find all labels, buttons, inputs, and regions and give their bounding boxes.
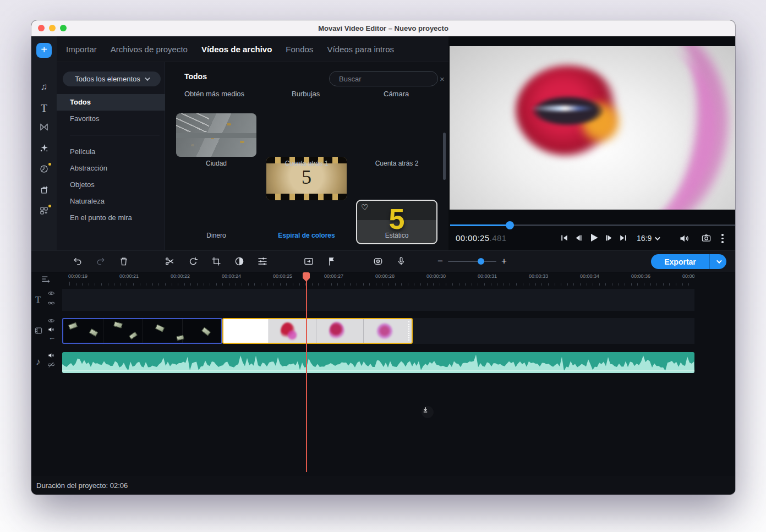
video-preview[interactable]: [450, 46, 735, 210]
clip-dinero[interactable]: [62, 318, 222, 344]
undo-button[interactable]: [72, 256, 83, 267]
zoom-slider-knob[interactable]: [478, 258, 484, 265]
zoom-out-button[interactable]: −: [437, 256, 443, 267]
favorite-heart-icon[interactable]: ♡: [361, 202, 368, 212]
export-button[interactable]: Exportar: [651, 254, 726, 269]
title-track-visibility-toggle[interactable]: [47, 289, 55, 297]
color-adjustments-button[interactable]: [234, 256, 245, 267]
tab-videos-para-intros[interactable]: Vídeos para intros: [327, 45, 394, 54]
project-duration-label: Duración del proyecto: 02:06: [36, 481, 128, 490]
play-button[interactable]: [588, 232, 599, 243]
clip-audio-waveform[interactable]: [62, 352, 694, 373]
store-icon[interactable]: [31, 185, 57, 198]
marker-button[interactable]: [326, 256, 337, 267]
filter-dropdown[interactable]: Todos los elementos: [63, 72, 161, 86]
cut-button[interactable]: [165, 256, 176, 267]
status-bar: Duración del proyecto: 02:06: [31, 476, 735, 495]
record-audio-button[interactable]: [396, 256, 407, 267]
clear-search-icon[interactable]: ×: [440, 74, 445, 84]
zoom-in-button[interactable]: +: [501, 256, 507, 267]
group-label-camara[interactable]: Cámara: [384, 90, 409, 98]
track-manager-button[interactable]: [40, 274, 51, 285]
tab-fondos[interactable]: Fondos: [286, 45, 313, 54]
more-options-button[interactable]: [721, 234, 724, 243]
media-item-label: Ciudad: [176, 160, 256, 167]
media-item-label: Estático: [357, 232, 437, 239]
zoom-window-button[interactable]: [60, 25, 67, 31]
preview-seekbar-knob[interactable]: [506, 221, 514, 229]
webcam-capture-button[interactable]: [373, 256, 384, 267]
ruler-label: 00:00:24: [222, 273, 241, 279]
search-field[interactable]: ×: [329, 71, 438, 86]
lens-flare: [529, 106, 595, 111]
video-track-mute-toggle[interactable]: [47, 326, 55, 333]
ruler-label: 00:00:34: [580, 273, 599, 279]
video-track-visibility-toggle[interactable]: [47, 317, 55, 325]
audio-track-unlink-toggle[interactable]: [47, 361, 55, 369]
category-favoritos[interactable]: Favoritos: [57, 111, 165, 127]
motion-icon[interactable]: [31, 164, 57, 177]
clip-espiral-de-colores-selected[interactable]: [222, 318, 413, 344]
new-badge: [48, 205, 51, 207]
next-frame-button[interactable]: [604, 233, 614, 243]
export-options-dropdown[interactable]: [710, 260, 726, 264]
crop-button[interactable]: [211, 256, 222, 267]
packs-icon[interactable]: [31, 206, 57, 218]
volume-button[interactable]: [679, 233, 690, 244]
tab-videos-de-archivo[interactable]: Vídeos de archivo: [201, 45, 272, 54]
media-panel: Todos × Obtén más medios Burbujas Cámara…: [165, 62, 448, 250]
chevron-down-icon: [716, 258, 721, 264]
category-naturaleza[interactable]: Naturaleza: [57, 193, 165, 210]
traffic-lights: [38, 25, 67, 31]
ruler-label: 00:00:36: [631, 273, 650, 279]
title-track[interactable]: [62, 289, 694, 311]
category-en-el-punto-de-mira[interactable]: En el punto de mira: [57, 210, 165, 226]
audio-track-mute-toggle[interactable]: [47, 352, 55, 359]
group-label-burbujas[interactable]: Burbujas: [292, 90, 320, 98]
group-label-obten-mas-medios[interactable]: Obtén más medios: [184, 90, 244, 98]
zoom-slider[interactable]: [448, 261, 496, 262]
category-todos[interactable]: Todos: [57, 94, 165, 111]
clip-trim-handle-right[interactable]: [408, 321, 411, 341]
category-objetos[interactable]: Objetos: [57, 177, 165, 193]
transition-wizard-button[interactable]: [303, 256, 314, 267]
category-abstraccion[interactable]: Abstracción: [57, 160, 165, 177]
preview-panel: ?: [448, 36, 735, 250]
clip-trim-handle-left[interactable]: [225, 321, 227, 341]
snapshot-button[interactable]: [701, 233, 712, 243]
tab-archivos-de-proyecto[interactable]: Archivos de proyecto: [111, 45, 188, 54]
title-track-icon: T: [35, 294, 41, 305]
close-window-button[interactable]: [38, 25, 45, 31]
aspect-ratio-dropdown[interactable]: 16:9: [637, 234, 659, 243]
titles-icon[interactable]: T: [31, 102, 57, 114]
media-scrollbar[interactable]: [443, 133, 446, 180]
tab-importar[interactable]: Importar: [66, 45, 97, 54]
clip-properties-button[interactable]: [257, 256, 268, 267]
timeline-ruler[interactable]: 00:00:19 00:00:21 00:00:22 00:00:24 00:0…: [62, 272, 694, 286]
download-icon: [422, 406, 429, 414]
transitions-icon[interactable]: [31, 122, 57, 135]
search-input[interactable]: [339, 75, 436, 83]
rotate-button[interactable]: [188, 256, 199, 267]
download-badge[interactable]: [422, 406, 434, 418]
timeline-tracks-area[interactable]: 00:00:19 00:00:21 00:00:22 00:00:24 00:0…: [62, 272, 694, 476]
media-item-ciudad[interactable]: [176, 113, 256, 157]
timeline: T ← ♪ 00:00:19 00:00:21 00:00:22 00:00:2…: [31, 272, 735, 476]
skip-to-start-button[interactable]: [560, 233, 569, 243]
music-icon[interactable]: ♫: [31, 81, 57, 92]
minimize-window-button[interactable]: [49, 25, 56, 31]
effects-icon[interactable]: [31, 143, 57, 156]
video-track-back-arrow[interactable]: ←: [48, 333, 56, 342]
playhead-line[interactable]: [306, 274, 307, 472]
ruler-label: 00:00:19: [68, 273, 87, 279]
category-pelicula[interactable]: Película: [57, 144, 165, 160]
redo-button[interactable]: [95, 256, 106, 267]
app-window: Movavi Video Editor – Nuevo proyecto + ♫…: [31, 20, 735, 495]
delete-button[interactable]: [118, 256, 129, 267]
skip-to-end-button[interactable]: [619, 233, 628, 243]
previous-frame-button[interactable]: [574, 233, 583, 243]
ruler-label: 00:00:28: [375, 273, 395, 279]
ruler-label: 00:00:37: [682, 273, 694, 279]
title-track-link-toggle[interactable]: [47, 299, 55, 307]
add-media-button[interactable]: +: [36, 43, 52, 58]
